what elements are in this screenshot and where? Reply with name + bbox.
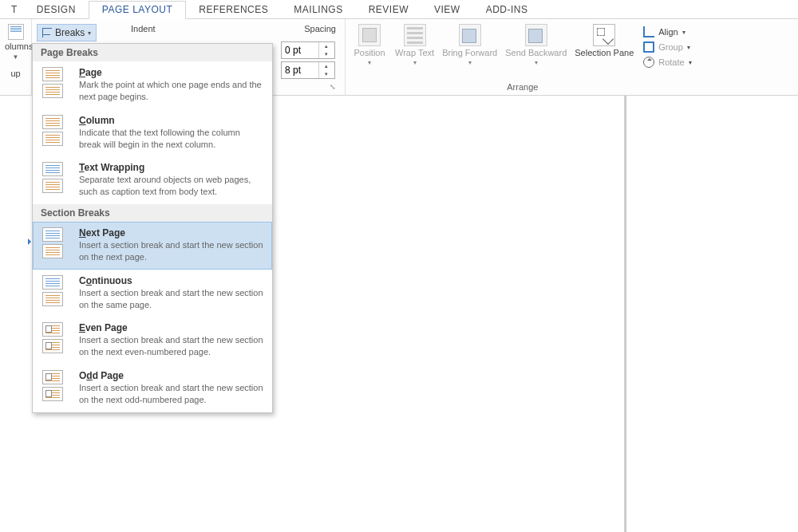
wrap-text-label: Wrap Text <box>395 48 434 57</box>
send-backward-icon <box>525 24 547 46</box>
spacing-before-input[interactable]: ▴▾ <box>281 41 335 59</box>
tab-page-layout[interactable]: PAGE LAYOUT <box>89 1 186 19</box>
break-column-desc: Indicate that the text following the col… <box>79 127 264 151</box>
tab-addins[interactable]: ADD-INS <box>473 2 541 18</box>
breaks-button[interactable]: Breaks ▾ <box>37 24 97 41</box>
even-page-icon <box>42 322 69 353</box>
tab-mailings[interactable]: MAILINGS <box>281 2 355 18</box>
wrap-text-button[interactable]: Wrap Text ▾ <box>395 24 434 66</box>
position-label: Position <box>354 48 385 57</box>
chevron-down-icon: ▾ <box>88 30 91 37</box>
break-page-desc: Mark the point at which one page ends an… <box>79 79 264 103</box>
page-edge <box>624 96 626 532</box>
break-next-page-title: Next Page <box>79 227 264 238</box>
break-text-wrapping-title: Text Wrapping <box>79 162 264 173</box>
position-button[interactable]: Position ▾ <box>352 24 387 66</box>
position-icon <box>358 24 381 46</box>
break-text-wrapping[interactable]: Text WrappingSeparate text around object… <box>33 156 272 204</box>
align-button[interactable]: Align ▾ <box>642 26 693 38</box>
align-label: Align <box>658 27 678 37</box>
tab-references[interactable]: REFERENCES <box>186 2 281 18</box>
chevron-down-icon: ▾ <box>368 59 371 66</box>
send-backward-button[interactable]: Send Backward ▾ <box>505 24 567 66</box>
section-breaks-header: Section Breaks <box>33 204 272 222</box>
bring-forward-icon <box>459 24 481 46</box>
chevron-down-icon: ▾ <box>689 59 692 66</box>
align-icon <box>643 26 654 37</box>
group-label-cut: up <box>5 69 26 78</box>
columns-icon <box>8 24 24 40</box>
break-continuous[interactable]: ContinuousInsert a section break and sta… <box>33 270 272 317</box>
breaks-dropdown: Page Breaks PPageageMark the point at wh… <box>32 43 273 413</box>
break-odd-page-desc: Insert a section break and start the new… <box>79 382 264 406</box>
ribbon-tabs: T DESIGN PAGE LAYOUT REFERENCES MAILINGS… <box>0 0 798 19</box>
page-break-icon <box>42 67 69 98</box>
dialog-launcher-icon[interactable]: ⤡ <box>327 81 338 93</box>
chevron-down-icon: ▾ <box>468 59 472 66</box>
odd-page-icon <box>42 370 69 401</box>
send-backward-label: Send Backward <box>505 48 567 57</box>
tab-cut[interactable]: T <box>8 2 24 18</box>
selection-pane-button[interactable]: Selection Pane <box>575 24 634 57</box>
break-odd-page-title: Odd Page <box>79 370 264 381</box>
group-icon <box>643 41 654 53</box>
columns-button[interactable]: olumns ▼ up <box>0 19 32 96</box>
continuous-icon <box>42 275 69 306</box>
hover-indicator-icon <box>28 238 34 245</box>
break-next-page[interactable]: Next PageInsert a section break and star… <box>33 222 272 270</box>
chevron-down-icon: ▾ <box>682 29 685 36</box>
arrange-group-label: Arrange <box>352 82 693 94</box>
tab-review[interactable]: REVIEW <box>356 2 421 18</box>
break-next-page-desc: Insert a section break and start the new… <box>79 239 264 263</box>
chevron-down-icon: ▾ <box>535 59 538 66</box>
break-page[interactable]: PPageageMark the point at which one page… <box>33 61 272 109</box>
spin-down-icon[interactable]: ▾ <box>319 50 333 58</box>
breaks-icon <box>42 28 52 37</box>
break-even-page-title: Even Page <box>79 322 264 333</box>
selection-pane-label: Selection Pane <box>575 48 634 57</box>
break-continuous-title: Continuous <box>79 275 264 286</box>
bring-forward-button[interactable]: Bring Forward ▾ <box>442 24 497 66</box>
spacing-label: Spacing <box>304 24 336 33</box>
spin-up-icon[interactable]: ▴ <box>319 42 333 50</box>
break-even-page-desc: Insert a section break and start the new… <box>79 334 264 358</box>
break-page-title: PPageage <box>79 67 264 78</box>
tab-view[interactable]: VIEW <box>421 2 473 18</box>
break-continuous-desc: Insert a section break and start the new… <box>79 287 264 311</box>
column-break-icon <box>42 115 69 146</box>
break-even-page[interactable]: Even PageInsert a section break and star… <box>33 317 272 365</box>
chevron-down-icon: ▼ <box>5 53 26 61</box>
text-wrapping-icon <box>42 162 69 193</box>
indent-label: Indent <box>131 24 156 33</box>
next-page-icon <box>42 227 69 258</box>
group-label: Group <box>658 42 683 52</box>
rotate-icon <box>643 57 654 68</box>
rotate-button[interactable]: Rotate ▾ <box>642 56 693 69</box>
spin-up-icon[interactable]: ▴ <box>319 62 333 70</box>
bring-forward-label: Bring Forward <box>442 48 497 57</box>
columns-label: olumns <box>5 41 26 51</box>
group-button[interactable]: Group ▾ <box>642 41 693 53</box>
chevron-down-icon: ▾ <box>687 44 690 51</box>
spacing-before-field[interactable] <box>282 43 318 57</box>
break-text-wrapping-desc: Separate text around objects on web page… <box>79 174 264 198</box>
spin-down-icon[interactable]: ▾ <box>319 70 333 78</box>
chevron-down-icon: ▾ <box>413 59 417 66</box>
selection-pane-icon <box>593 24 615 46</box>
wrap-text-icon <box>404 24 426 46</box>
breaks-label: Breaks <box>55 27 85 38</box>
break-column[interactable]: ColumnIndicate that the text following t… <box>33 109 272 157</box>
break-odd-page[interactable]: Odd PageInsert a section break and start… <box>33 365 272 412</box>
tab-design[interactable]: DESIGN <box>24 2 89 18</box>
rotate-label: Rotate <box>658 57 684 67</box>
spacing-after-input[interactable]: ▴▾ <box>281 61 335 79</box>
page-breaks-header: Page Breaks <box>33 44 272 61</box>
spacing-controls: ▴▾ ▴▾ <box>281 41 335 79</box>
spacing-after-field[interactable] <box>282 63 318 77</box>
break-column-title: Column <box>79 115 264 126</box>
arrange-group: Position ▾ Wrap Text ▾ Bring Forward ▾ S… <box>345 19 700 96</box>
